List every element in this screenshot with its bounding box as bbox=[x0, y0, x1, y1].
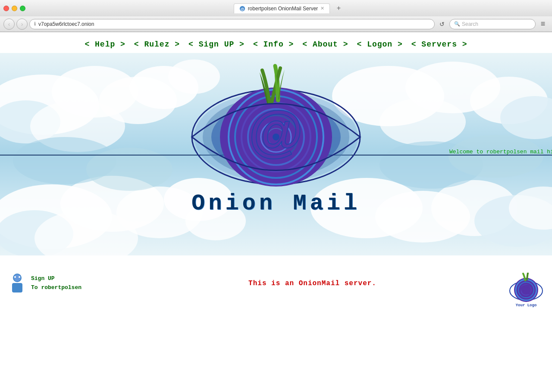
signup-text: Sign UP To robertpolsen bbox=[31, 274, 82, 292]
url-text: v7opa5w6rlctoec7.onion bbox=[38, 21, 94, 27]
nav-about[interactable]: < About > bbox=[302, 40, 348, 49]
search-bar[interactable]: 🔍 Search bbox=[449, 19, 536, 29]
signup-footer: Sign UP To robertpolsen bbox=[9, 273, 82, 294]
svg-rect-48 bbox=[12, 283, 22, 292]
onion-mail-logo: @ @ bbox=[185, 62, 367, 195]
tab-title: robertpolsen OnionMail Server bbox=[248, 6, 318, 12]
url-bar[interactable]: ℹ v7opa5w6rlctoec7.onion bbox=[29, 19, 435, 29]
person-icon bbox=[9, 273, 26, 294]
site-title: Onion Mail bbox=[191, 191, 361, 216]
reload-button[interactable]: ↺ bbox=[436, 19, 448, 30]
svg-point-49 bbox=[14, 274, 21, 281]
svg-point-51 bbox=[19, 276, 20, 278]
traffic-lights bbox=[3, 6, 25, 11]
footer-center: This is an OnionMail server. bbox=[82, 280, 543, 287]
svg-text:@: @ bbox=[249, 99, 304, 162]
hero-section: Welcome to robertpolsen mail hidden ser bbox=[0, 53, 552, 255]
active-tab[interactable]: @ robertpolsen OnionMail Server ✕ bbox=[234, 3, 330, 13]
tab-close-icon[interactable]: ✕ bbox=[320, 6, 324, 11]
page-content: < Help > < Rulez > < Sign UP > < Info > … bbox=[0, 32, 552, 380]
new-tab-button[interactable]: + bbox=[333, 3, 344, 13]
close-button[interactable] bbox=[3, 6, 9, 11]
footer: Sign UP To robertpolsen This is an Onion… bbox=[0, 255, 552, 311]
site-navigation: < Help > < Rulez > < Sign UP > < Info > … bbox=[0, 32, 552, 53]
svg-point-50 bbox=[14, 276, 16, 278]
forward-button[interactable]: › bbox=[16, 19, 28, 30]
browser-menu-button[interactable]: ≡ bbox=[537, 19, 549, 30]
nav-info[interactable]: < Info > bbox=[253, 40, 294, 49]
footer-slogan: This is an OnionMail server. bbox=[82, 280, 543, 287]
svg-text:Your Logo: Your Logo bbox=[516, 303, 537, 307]
nav-help[interactable]: < Help > bbox=[85, 40, 125, 49]
minimize-button[interactable] bbox=[12, 6, 17, 11]
search-placeholder: Search bbox=[462, 21, 478, 27]
back-button[interactable]: ‹ bbox=[3, 19, 15, 30]
logo-container: @ @ Onion Mail bbox=[185, 62, 367, 216]
maximize-button[interactable] bbox=[20, 6, 25, 11]
svg-text:@: @ bbox=[240, 6, 244, 11]
lock-icon: ℹ bbox=[34, 21, 36, 27]
nav-servers[interactable]: < Servers > bbox=[411, 40, 467, 49]
svg-text:Welcome to robertpolsen mail h: Welcome to robertpolsen mail hidden ser bbox=[449, 149, 552, 155]
svg-text:@: @ bbox=[519, 281, 533, 298]
svg-point-27 bbox=[86, 148, 172, 191]
nav-signup[interactable]: < Sign UP > bbox=[188, 40, 245, 49]
nav-logon[interactable]: < Logon > bbox=[357, 40, 403, 49]
svg-point-29 bbox=[448, 135, 543, 178]
search-icon: 🔍 bbox=[454, 21, 460, 27]
browser-chrome: @ robertpolsen OnionMail Server ✕ + ‹ › … bbox=[0, 0, 552, 32]
title-bar: @ robertpolsen OnionMail Server ✕ + bbox=[0, 0, 552, 16]
navigation-bar: ‹ › ℹ v7opa5w6rlctoec7.onion ↺ 🔍 Search … bbox=[0, 16, 552, 32]
svg-point-13 bbox=[380, 98, 466, 146]
footer-logo: @ Your Logo bbox=[509, 273, 543, 307]
nav-rulez[interactable]: < Rulez > bbox=[134, 40, 180, 49]
